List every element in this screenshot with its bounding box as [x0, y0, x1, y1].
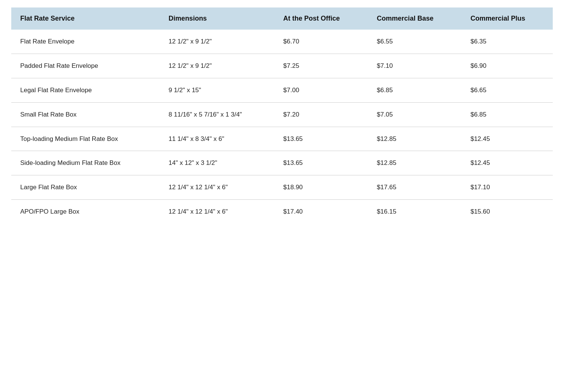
- cell-service: Flat Rate Envelope: [11, 30, 160, 54]
- cell-dimensions: 12 1/2" x 9 1/2": [160, 30, 274, 54]
- cell-commercial_base: $12.85: [368, 151, 462, 175]
- cell-service: Large Flat Rate Box: [11, 175, 160, 200]
- cell-commercial_base: $6.55: [368, 30, 462, 54]
- cell-dimensions: 12 1/4" x 12 1/4" x 6": [160, 199, 274, 223]
- cell-commercial_plus: $6.35: [461, 30, 553, 54]
- cell-commercial_plus: $12.45: [461, 127, 553, 151]
- cell-commercial_base: $12.85: [368, 127, 462, 151]
- cell-post_office: $7.20: [274, 102, 368, 127]
- table-header-row: Flat Rate Service Dimensions At the Post…: [11, 7, 553, 30]
- cell-service: Side-loading Medium Flat Rate Box: [11, 151, 160, 175]
- cell-service: Top-loading Medium Flat Rate Box: [11, 127, 160, 151]
- cell-dimensions: 8 11/16" x 5 7/16" x 1 3/4": [160, 102, 274, 127]
- table-row: Small Flat Rate Box8 11/16" x 5 7/16" x …: [11, 102, 553, 127]
- cell-post_office: $6.70: [274, 30, 368, 54]
- cell-commercial_plus: $12.45: [461, 151, 553, 175]
- cell-post_office: $17.40: [274, 199, 368, 223]
- cell-post_office: $18.90: [274, 175, 368, 200]
- cell-commercial_base: $16.15: [368, 199, 462, 223]
- table-row: APO/FPO Large Box12 1/4" x 12 1/4" x 6"$…: [11, 199, 553, 223]
- cell-service: APO/FPO Large Box: [11, 199, 160, 223]
- cell-service: Padded Flat Rate Envelope: [11, 54, 160, 78]
- header-commercial-plus: Commercial Plus: [461, 7, 553, 30]
- table-container: Flat Rate Service Dimensions At the Post…: [0, 0, 564, 231]
- table-row: Legal Flat Rate Envelope9 1/2" x 15"$7.0…: [11, 78, 553, 102]
- header-dimensions: Dimensions: [160, 7, 274, 30]
- cell-post_office: $13.65: [274, 151, 368, 175]
- cell-post_office: $7.25: [274, 54, 368, 78]
- table-row: Flat Rate Envelope12 1/2" x 9 1/2"$6.70$…: [11, 30, 553, 54]
- table-row: Large Flat Rate Box12 1/4" x 12 1/4" x 6…: [11, 175, 553, 200]
- table-row: Side-loading Medium Flat Rate Box14" x 1…: [11, 151, 553, 175]
- cell-post_office: $13.65: [274, 127, 368, 151]
- cell-commercial_plus: $6.85: [461, 102, 553, 127]
- cell-commercial_base: $7.05: [368, 102, 462, 127]
- cell-post_office: $7.00: [274, 78, 368, 102]
- cell-commercial_plus: $15.60: [461, 199, 553, 223]
- header-commercial-base: Commercial Base: [368, 7, 462, 30]
- flat-rate-table: Flat Rate Service Dimensions At the Post…: [11, 7, 553, 224]
- cell-dimensions: 12 1/4" x 12 1/4" x 6": [160, 175, 274, 200]
- cell-commercial_plus: $6.90: [461, 54, 553, 78]
- cell-dimensions: 14" x 12" x 3 1/2": [160, 151, 274, 175]
- cell-service: Legal Flat Rate Envelope: [11, 78, 160, 102]
- table-row: Top-loading Medium Flat Rate Box11 1/4" …: [11, 127, 553, 151]
- cell-commercial_base: $7.10: [368, 54, 462, 78]
- cell-dimensions: 11 1/4" x 8 3/4" x 6": [160, 127, 274, 151]
- cell-commercial_base: $6.85: [368, 78, 462, 102]
- cell-commercial_plus: $17.10: [461, 175, 553, 200]
- cell-dimensions: 12 1/2" x 9 1/2": [160, 54, 274, 78]
- header-service: Flat Rate Service: [11, 7, 160, 30]
- table-row: Padded Flat Rate Envelope12 1/2" x 9 1/2…: [11, 54, 553, 78]
- cell-service: Small Flat Rate Box: [11, 102, 160, 127]
- cell-dimensions: 9 1/2" x 15": [160, 78, 274, 102]
- cell-commercial_base: $17.65: [368, 175, 462, 200]
- cell-commercial_plus: $6.65: [461, 78, 553, 102]
- header-post-office: At the Post Office: [274, 7, 368, 30]
